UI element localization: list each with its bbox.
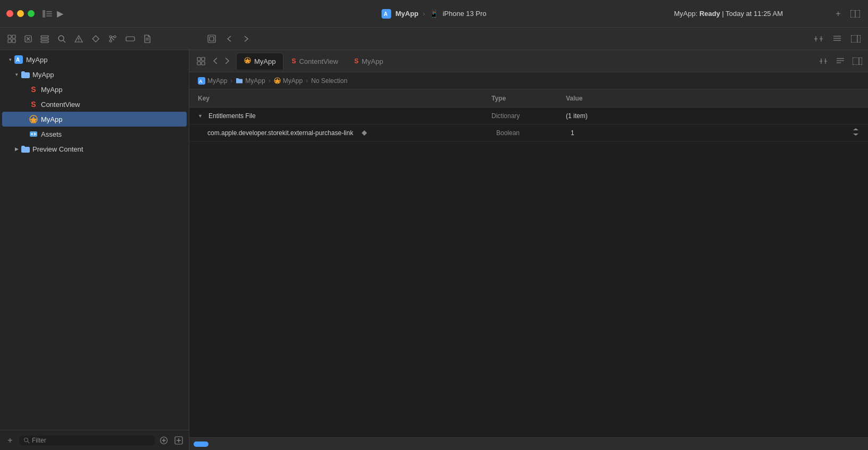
plist-key-cell: ▼ Entitlements File	[198, 112, 491, 120]
hierarchy-button[interactable]	[37, 32, 52, 46]
run-button[interactable]: ▶	[54, 7, 66, 20]
app-icon: A	[381, 9, 391, 19]
svg-point-47	[31, 133, 33, 135]
sidebar-item-myapp-root[interactable]: ▾ A MyApp	[2, 52, 187, 67]
svg-rect-59	[197, 62, 201, 65]
row-expand-button[interactable]	[852, 126, 859, 139]
sidebar-item-contentview-swift[interactable]: ▾ S ContentView	[2, 97, 187, 112]
tab-swift-icon: S	[291, 57, 296, 65]
filter-label: Filter	[32, 437, 46, 444]
svg-marker-74	[362, 130, 367, 133]
add-file-button[interactable]	[158, 435, 170, 446]
disclosure-triangle[interactable]: ▼	[198, 113, 205, 119]
breadcrumb-myapp-project[interactable]: A MyApp	[198, 77, 227, 85]
add-button[interactable]: +	[832, 7, 845, 20]
svg-marker-75	[362, 133, 367, 136]
tab-entitlements-icon	[244, 57, 251, 65]
svg-rect-11	[12, 39, 15, 43]
editor-bottom-bar	[189, 437, 868, 450]
tab-label: MyApp	[362, 57, 383, 65]
plist-stepper[interactable]	[361, 128, 368, 138]
split-editor-button[interactable]	[849, 7, 862, 20]
sidebar-item-label: MyApp	[41, 115, 62, 123]
search-button[interactable]	[54, 32, 69, 46]
sidebar-item-myapp-swift[interactable]: ▾ S MyApp	[2, 82, 187, 97]
plist-type-cell: Boolean	[496, 129, 571, 137]
doc-button[interactable]	[140, 32, 154, 46]
diamond-button[interactable]	[88, 32, 103, 46]
minimize-button[interactable]	[17, 10, 24, 17]
folder-icon	[20, 70, 30, 79]
svg-line-50	[28, 441, 29, 443]
svg-marker-45	[30, 116, 37, 123]
svg-rect-58	[202, 57, 205, 61]
branch-button[interactable]	[105, 32, 120, 46]
disclosure-arrow: ▾	[13, 71, 20, 78]
breadcrumb: A MyApp › MyApp › MyApp › No S	[189, 72, 868, 89]
canvas-mode-button[interactable]	[204, 32, 219, 46]
maximize-button[interactable]	[28, 10, 35, 17]
inspector-right-button[interactable]	[851, 55, 864, 68]
tab-myapp-2[interactable]: S MyApp	[346, 53, 391, 70]
swift-icon: S	[29, 85, 38, 94]
sidebar-item-assets[interactable]: ▾ Assets	[2, 127, 187, 141]
add-item-button[interactable]: +	[4, 435, 16, 446]
breadcrumb-myapp-folder[interactable]: MyApp	[236, 77, 265, 85]
sidebar-item-label: ContentView	[41, 101, 80, 109]
svg-rect-16	[41, 38, 48, 40]
nav-back-button[interactable]	[222, 32, 236, 46]
svg-rect-9	[12, 35, 15, 38]
grid-view-button[interactable]	[4, 32, 19, 46]
svg-point-22	[78, 40, 79, 41]
rect-button[interactable]	[122, 32, 138, 46]
nav-forward-button[interactable]	[239, 32, 253, 46]
svg-rect-40	[851, 35, 861, 43]
breadcrumb-myapp-entitlements[interactable]: MyApp	[274, 77, 303, 85]
sidebar: ▾ A MyApp ▾ MyApp	[0, 50, 189, 450]
nav-back-button[interactable]	[211, 55, 220, 66]
svg-rect-68	[853, 57, 862, 65]
tab-myapp-active[interactable]: MyApp	[236, 53, 283, 70]
plist-header: Key Type Value	[189, 89, 868, 107]
swift-icon: S	[29, 99, 38, 109]
device-icon: 📱	[429, 10, 438, 18]
main-area: ▾ A MyApp ▾ MyApp	[0, 50, 868, 450]
nav-forward-button[interactable]	[222, 55, 232, 66]
sidebar-item-myapp-folder[interactable]: ▾ MyApp	[2, 67, 187, 82]
sidebar-toggle-button[interactable]	[41, 7, 54, 20]
add-group-button[interactable]	[173, 435, 185, 446]
split-editor-right-button[interactable]	[817, 55, 830, 68]
warning-button[interactable]	[71, 32, 86, 46]
value-text: 1	[571, 129, 574, 137]
canvas-grid-button[interactable]	[194, 54, 208, 68]
svg-text:A: A	[383, 11, 387, 17]
sidebar-item-myapp-entitlements[interactable]: ▾ MyApp	[2, 112, 187, 127]
traffic-lights	[6, 10, 35, 17]
inspector-toggle-button[interactable]	[848, 32, 864, 46]
breadcrumb-entitlements-icon	[274, 77, 281, 84]
disclosure-arrow: ▾	[6, 56, 14, 63]
split-view-button[interactable]	[811, 32, 827, 46]
close-tab-button[interactable]	[21, 32, 35, 46]
svg-point-24	[110, 36, 112, 38]
svg-rect-17	[41, 41, 48, 43]
sidebar-item-preview-content[interactable]: ▶ Preview Content	[2, 141, 187, 156]
close-button[interactable]	[6, 10, 13, 17]
svg-rect-2	[46, 13, 52, 14]
svg-text:A: A	[16, 57, 20, 63]
editor-area: MyApp S ContentView S MyApp	[189, 50, 868, 450]
plist-row-storekit[interactable]: com.apple.developer.storekit.external-pu…	[189, 124, 868, 141]
plist-type-header: Type	[491, 95, 566, 102]
svg-point-49	[24, 438, 28, 441]
filter-icon	[23, 437, 30, 444]
plist-row-entitlements-file[interactable]: ▼ Entitlements File Dictionary (1 item)	[189, 107, 868, 124]
tab-contentview[interactable]: S ContentView	[283, 53, 346, 70]
code-review-button[interactable]	[834, 55, 847, 68]
lines-button[interactable]	[830, 32, 845, 46]
breadcrumb-no-selection[interactable]: No Selection	[311, 77, 347, 85]
breadcrumb-app-icon: A	[198, 77, 205, 85]
sidebar-item-label: MyApp	[41, 86, 62, 94]
svg-rect-60	[202, 62, 205, 65]
assets-icon	[29, 129, 38, 139]
plist-key-header: Key	[198, 95, 491, 102]
